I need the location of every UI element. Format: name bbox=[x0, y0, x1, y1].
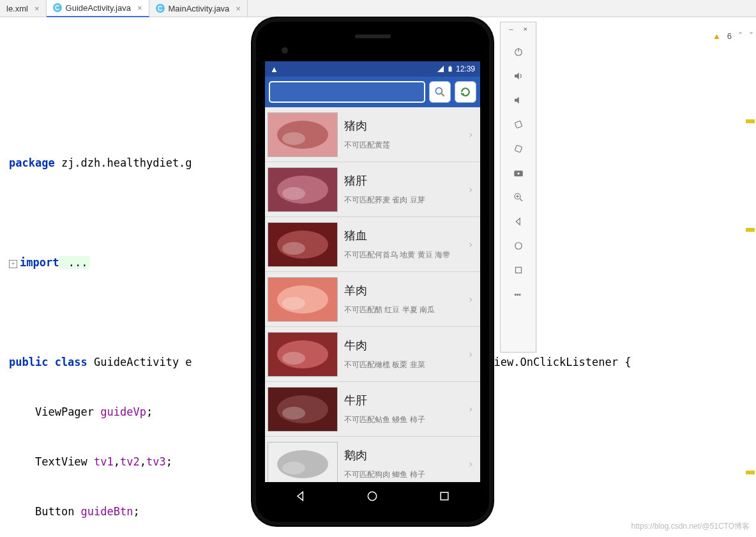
food-title: 猪肝 bbox=[344, 173, 467, 188]
phone-camera bbox=[282, 47, 288, 54]
chevron-right-icon: › bbox=[467, 403, 474, 415]
svg-point-36 bbox=[282, 462, 305, 474]
close-icon[interactable]: × bbox=[34, 4, 40, 13]
list-item[interactable]: 猪血不可匹配何首乌 地黄 黄豆 海带› bbox=[265, 216, 480, 271]
android-statusbar: ▲ 12:39 bbox=[265, 61, 480, 77]
tab-guideactivity[interactable]: C GuideActivity.java × bbox=[47, 0, 149, 17]
svg-line-15 bbox=[442, 94, 444, 96]
svg-point-37 bbox=[368, 492, 377, 500]
food-title: 猪血 bbox=[344, 228, 467, 243]
chevron-down-icon[interactable]: ˅ bbox=[749, 24, 753, 49]
java-class-icon: C bbox=[156, 4, 165, 13]
search-button[interactable] bbox=[429, 81, 451, 103]
rotate-right-icon[interactable] bbox=[510, 140, 527, 157]
emulator-screen[interactable]: ▲ 12:39 猪肉不可匹配黄莲›猪肝不可匹配荞麦 雀肉 豆芽›猪血不可匹配何首… bbox=[265, 61, 480, 482]
list-item[interactable]: 猪肝不可匹配荞麦 雀肉 豆芽› bbox=[265, 162, 480, 216]
back-icon[interactable] bbox=[510, 213, 527, 230]
list-item[interactable]: 鹅肉不可匹配狗肉 鲫鱼 柿子› bbox=[265, 436, 480, 482]
list-item[interactable]: 牛肝不可匹配鲇鱼 鳗鱼 柿子› bbox=[265, 381, 480, 436]
list-item-text: 牛肝不可匹配鲇鱼 鳗鱼 柿子 bbox=[344, 393, 467, 425]
list-item[interactable]: 牛肉不可匹配橄榄 板栗 韭菜› bbox=[265, 326, 480, 381]
svg-point-5 bbox=[517, 172, 520, 176]
list-item-text: 猪肝不可匹配荞麦 雀肉 豆芽 bbox=[344, 173, 467, 206]
tab-le-xml[interactable]: le.xml × bbox=[0, 0, 47, 17]
food-thumbnail bbox=[268, 167, 338, 212]
list-item[interactable]: 羊肉不可匹配醋 红豆 半夏 南瓜› bbox=[265, 271, 480, 326]
list-item[interactable]: 猪肉不可匹配黄莲› bbox=[265, 107, 480, 162]
svg-rect-2 bbox=[515, 121, 522, 128]
inspection-status[interactable]: ▲ 6 ˄ ˅ bbox=[713, 24, 753, 49]
svg-point-18 bbox=[282, 132, 305, 145]
back-icon[interactable] bbox=[294, 490, 307, 505]
food-list[interactable]: 猪肉不可匹配黄莲›猪肝不可匹配荞麦 雀肉 豆芽›猪血不可匹配何首乌 地黄 黄豆 … bbox=[265, 107, 480, 482]
warning-icon: ▲ bbox=[713, 24, 721, 49]
home-icon[interactable] bbox=[510, 238, 527, 254]
overview-icon[interactable] bbox=[438, 490, 451, 505]
food-title: 牛肉 bbox=[344, 338, 467, 353]
chevron-right-icon: › bbox=[467, 128, 474, 140]
refresh-button[interactable] bbox=[455, 81, 476, 103]
svg-rect-38 bbox=[441, 492, 448, 500]
food-subtitle: 不可匹配橄榄 板栗 韭菜 bbox=[344, 359, 467, 370]
volume-down-icon[interactable] bbox=[510, 92, 527, 109]
chevron-up-icon[interactable]: ˄ bbox=[738, 24, 743, 49]
food-thumbnail bbox=[268, 332, 338, 377]
camera-icon[interactable] bbox=[510, 165, 527, 181]
food-thumbnail bbox=[268, 222, 338, 267]
editor-tabs: le.xml × C GuideActivity.java × C MainAc… bbox=[0, 0, 756, 17]
svg-point-30 bbox=[282, 352, 305, 365]
food-title: 猪肉 bbox=[344, 118, 467, 133]
svg-point-14 bbox=[435, 87, 442, 94]
emulator-device: ▲ 12:39 猪肉不可匹配黄莲›猪肝不可匹配荞麦 雀肉 豆芽›猪血不可匹配何首… bbox=[252, 18, 493, 526]
watermark: https://blog.csdn.net/@51CTO博客 bbox=[631, 521, 750, 532]
food-thumbnail bbox=[268, 387, 338, 432]
food-subtitle: 不可匹配荞麦 雀肉 豆芽 bbox=[344, 195, 467, 206]
food-title: 牛肝 bbox=[344, 393, 467, 408]
app-toolbar bbox=[265, 77, 480, 107]
svg-rect-13 bbox=[450, 66, 451, 66]
gutter-warning-marker[interactable] bbox=[746, 471, 755, 474]
food-title: 鹅肉 bbox=[344, 448, 467, 463]
fold-icon[interactable]: + bbox=[9, 260, 17, 268]
warning-count: 6 bbox=[727, 24, 732, 49]
more-icon[interactable]: ⋯ bbox=[510, 286, 527, 303]
warning-icon: ▲ bbox=[270, 64, 278, 74]
svg-rect-3 bbox=[515, 145, 522, 153]
gutter-warning-marker[interactable] bbox=[746, 119, 755, 123]
android-navbar bbox=[265, 482, 480, 513]
volume-up-icon[interactable] bbox=[510, 68, 527, 84]
status-time: 12:39 bbox=[456, 64, 475, 73]
signal-icon bbox=[437, 65, 444, 73]
zoom-icon[interactable] bbox=[510, 189, 527, 206]
food-title: 羊肉 bbox=[344, 283, 467, 298]
power-icon[interactable] bbox=[510, 43, 527, 60]
tab-label: GuideActivity.java bbox=[66, 3, 131, 13]
chevron-right-icon: › bbox=[467, 348, 474, 360]
overview-icon[interactable] bbox=[510, 262, 527, 278]
chevron-right-icon: › bbox=[467, 238, 474, 250]
svg-point-27 bbox=[282, 297, 305, 310]
food-subtitle: 不可匹配狗肉 鲫鱼 柿子 bbox=[344, 469, 467, 480]
list-item-text: 牛肉不可匹配橄榄 板栗 韭菜 bbox=[344, 338, 467, 370]
close-icon[interactable]: × bbox=[524, 25, 528, 33]
close-icon[interactable]: × bbox=[137, 3, 142, 13]
svg-point-33 bbox=[282, 407, 305, 420]
food-subtitle: 不可匹配何首乌 地黄 黄豆 海带 bbox=[344, 250, 467, 261]
food-thumbnail bbox=[268, 112, 338, 157]
chevron-right-icon: › bbox=[467, 293, 474, 305]
battery-icon bbox=[447, 65, 453, 73]
list-item-text: 鹅肉不可匹配狗肉 鲫鱼 柿子 bbox=[344, 448, 467, 480]
svg-rect-12 bbox=[448, 67, 451, 72]
svg-rect-11 bbox=[515, 268, 521, 273]
tab-mainactivity[interactable]: C MainActivity.java × bbox=[149, 0, 248, 17]
rotate-left-icon[interactable] bbox=[510, 116, 527, 133]
home-icon[interactable] bbox=[366, 490, 379, 505]
food-subtitle: 不可匹配鲇鱼 鳗鱼 柿子 bbox=[344, 414, 467, 425]
list-item-text: 猪血不可匹配何首乌 地黄 黄豆 海带 bbox=[344, 228, 467, 261]
gutter-warning-marker[interactable] bbox=[746, 228, 755, 232]
food-thumbnail bbox=[268, 277, 338, 322]
phone-speaker bbox=[355, 34, 391, 38]
minimize-icon[interactable]: – bbox=[509, 25, 513, 33]
close-icon[interactable]: × bbox=[236, 4, 241, 13]
search-input[interactable] bbox=[269, 81, 425, 103]
